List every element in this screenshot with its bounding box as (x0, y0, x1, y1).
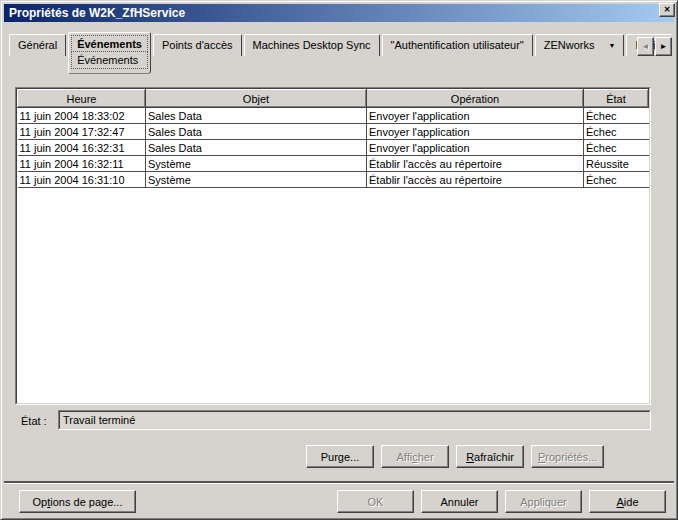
table-cell: Établir l'accès au répertoire (367, 172, 584, 188)
events-table: HeureObjetOpérationÉtat 11 juin 2004 18:… (15, 87, 651, 405)
table-cell: Envoyer l'application (367, 124, 584, 140)
table-cell: Sales Data (146, 108, 367, 124)
table-row[interactable]: 11 juin 2004 18:33:02Sales DataEnvoyer l… (18, 108, 649, 124)
table-row[interactable]: 11 juin 2004 17:32:47Sales DataEnvoyer l… (18, 124, 649, 140)
table-row[interactable]: 11 juin 2004 16:32:11SystèmeÉtablir l'ac… (18, 156, 649, 172)
properties-dialog: Propriétés de W2K_ZfHService ✕ GénéralÉv… (0, 0, 678, 520)
tab-evenements[interactable]: ÉvénementsÉvénements (68, 32, 151, 74)
cancel-button[interactable]: Annuler (421, 490, 498, 513)
separator (4, 481, 674, 483)
table-cell: Échec (584, 124, 649, 140)
tab-label: "Authentification utilisateur" (391, 39, 524, 51)
table-cell: Réussite (584, 156, 649, 172)
tab-zenworks[interactable]: ZENworks▼ (535, 34, 625, 56)
table-cell: Envoyer l'application (367, 108, 584, 124)
column-header-objet[interactable]: Objet (146, 90, 367, 108)
window-title: Propriétés de W2K_ZfHService (9, 6, 185, 20)
arrow-left-icon: ◄ (642, 42, 650, 51)
column-header-operation[interactable]: Opération (367, 90, 584, 108)
table-cell: Système (146, 156, 367, 172)
column-header-heure[interactable]: Heure (18, 90, 146, 108)
status-value: Travail terminé (59, 411, 650, 429)
table-cell: Envoyer l'application (367, 140, 584, 156)
arrow-right-icon: ► (660, 42, 668, 51)
tab-label: Machines Desktop Sync (253, 39, 371, 51)
tab-points-d-acces[interactable]: Points d'accès (153, 34, 242, 56)
close-icon: ✕ (664, 6, 671, 14)
tab-subpage-selector[interactable]: Événements (71, 52, 148, 69)
table-cell: Système (146, 172, 367, 188)
table-cell: Échec (584, 140, 649, 156)
table-cell: Échec (584, 172, 649, 188)
table-cell: Échec (584, 108, 649, 124)
afficher-button[interactable]: Afficher (381, 445, 449, 468)
tab-scroll-right-button[interactable]: ► (655, 37, 672, 56)
page-options-button[interactable]: Options de page... (19, 490, 136, 513)
purge-button[interactable]: Purge... (306, 445, 374, 468)
status-field[interactable]: Travail terminé (58, 410, 651, 430)
action-button-row: Purge...AfficherRafraîchirPropriétés... (306, 445, 604, 468)
tab-label: ZENworks (544, 39, 595, 51)
tab-label: Points d'accès (162, 39, 233, 51)
events-table-viewport: HeureObjetOpérationÉtat 11 juin 2004 18:… (16, 88, 650, 404)
table-cell: Établir l'accès au répertoire (367, 156, 584, 172)
tab-scroll-left-button[interactable]: ◄ (637, 37, 654, 56)
table-cell: Sales Data (146, 140, 367, 156)
table-row[interactable]: 11 juin 2004 16:32:31Sales DataEnvoyer l… (18, 140, 649, 156)
status-label: État : (21, 415, 47, 427)
table-cell: 11 juin 2004 16:32:31 (18, 140, 146, 156)
close-button[interactable]: ✕ (659, 3, 675, 17)
table-cell: 11 juin 2004 16:32:11 (18, 156, 146, 172)
column-header-etat[interactable]: État (584, 90, 649, 108)
table-cell: 11 juin 2004 17:32:47 (18, 124, 146, 140)
help-button[interactable]: Aide (589, 490, 666, 513)
apply-button[interactable]: Appliquer (505, 490, 582, 513)
tab-bar: GénéralÉvénementsÉvénementsPoints d'accè… (9, 34, 674, 56)
ok-button[interactable]: OK (337, 490, 414, 513)
table-cell: Sales Data (146, 124, 367, 140)
tab-scrollers: ◄ ► (636, 37, 672, 56)
table-cell: 11 juin 2004 18:33:02 (18, 108, 146, 124)
active-tab-label: Événements (71, 35, 148, 52)
tab-general[interactable]: Général (9, 34, 66, 56)
tab-machines-desktop-sync[interactable]: Machines Desktop Sync (244, 34, 380, 56)
chevron-down-icon: ▼ (608, 42, 615, 49)
dialog-button-row: OKAnnulerAppliquerAide (337, 490, 666, 513)
table-cell: 11 juin 2004 16:31:10 (18, 172, 146, 188)
title-bar[interactable]: Propriétés de W2K_ZfHService (4, 4, 674, 22)
rafraichir-button[interactable]: Rafraîchir (456, 445, 524, 468)
tab-authentification-utilisateur[interactable]: "Authentification utilisateur" (382, 34, 533, 56)
proprietes-button[interactable]: Propriétés... (531, 445, 604, 468)
tab-label: Général (18, 39, 57, 51)
table-row[interactable]: 11 juin 2004 16:31:10SystèmeÉtablir l'ac… (18, 172, 649, 188)
